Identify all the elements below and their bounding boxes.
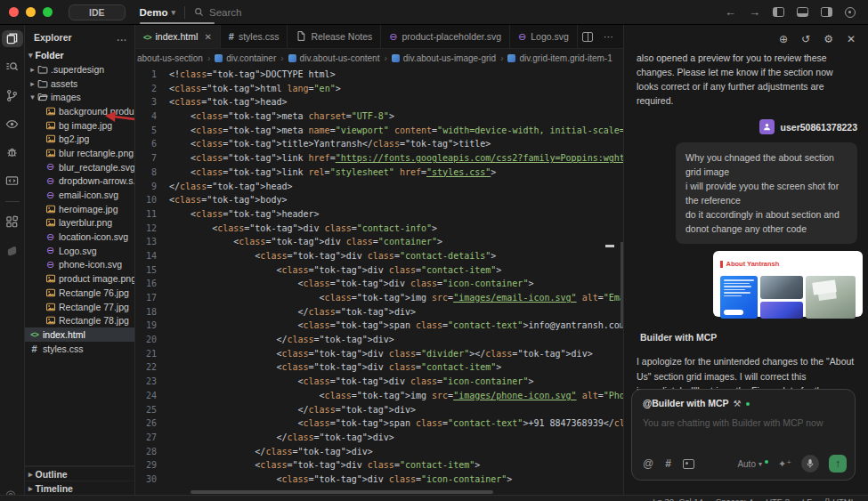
code-line[interactable]: 21 <class="tok-tag">div class="divider">…	[135, 347, 623, 361]
code-line[interactable]: 24 <class="tok-tag">img src="images/phon…	[135, 389, 623, 403]
file-item-phone-icon-svg[interactable]: ⊖phone-icon.svg	[25, 258, 134, 272]
file-item-bg2-jpg[interactable]: bg2.jpg	[25, 132, 134, 146]
code-line[interactable]: 1<!class="tok-tag">DOCTYPE html>	[135, 68, 623, 82]
more-actions-icon[interactable]: ⋯	[604, 31, 614, 43]
code-line[interactable]: 16 <class="tok-tag">div class="icon-cont…	[135, 277, 623, 291]
code-line[interactable]: 5 <class="tok-tag">meta name="viewport" …	[135, 124, 623, 138]
breadcrumb-item[interactable]: about-us-section	[137, 53, 203, 63]
status-item[interactable]: LF	[802, 496, 812, 501]
minimize-window-button[interactable]	[26, 7, 36, 17]
code-line[interactable]: 11 <class="tok-tag">header>	[135, 207, 623, 222]
code-line[interactable]: 30 <class="tok-tag">div class="icon-cont…	[135, 473, 623, 487]
search-list-icon[interactable]	[2, 59, 23, 76]
shape-icon[interactable]	[2, 242, 23, 259]
code-line[interactable]: 18 </class="tok-tag">div>	[135, 305, 623, 319]
workspace-root-folder[interactable]: ▾ Folder	[25, 48, 134, 62]
code-line[interactable]: 8 <class="tok-tag">link rel="stylesheet"…	[135, 166, 623, 180]
settings-icon[interactable]: ⚙	[823, 33, 833, 45]
code-line[interactable]: 4 <class="tok-tag">meta charset="UTF-8">	[135, 109, 623, 124]
code-line[interactable]: 9</class="tok-tag">head>	[135, 180, 623, 194]
global-search[interactable]: Search	[194, 7, 241, 18]
folder-item-assets[interactable]: ▸assets	[25, 77, 134, 91]
code-line[interactable]: 12 <class="tok-tag">div class="contact-i…	[135, 222, 623, 236]
file-item-logo-svg[interactable]: ⊖Logo.svg	[25, 244, 134, 258]
toggle-left-sidebar-icon[interactable]	[773, 7, 784, 17]
tab-product-placeholder-svg[interactable]: ⊖product-placeholder.svg	[381, 25, 510, 48]
history-icon[interactable]: ↺	[801, 33, 810, 45]
tab-logo-svg[interactable]: ⊖Logo.svg	[510, 25, 578, 48]
breadcrumb-item[interactable]: div.container	[215, 53, 276, 63]
model-mode-selector[interactable]: Auto ▾	[737, 459, 768, 469]
breadcrumb-item[interactable]: div.grid-item.grid-item-1	[507, 53, 612, 63]
code-line[interactable]: 2<class="tok-tag">html lang="en">	[135, 82, 623, 96]
code-line[interactable]: 27 </class="tok-tag">div>	[135, 431, 623, 445]
code-line[interactable]: 29 <class="tok-tag">div class="contact-i…	[135, 458, 623, 473]
eye-icon[interactable]	[2, 116, 23, 133]
tab-styles-css[interactable]: #styles.css	[221, 25, 288, 48]
status-item[interactable]: {} HTML	[824, 496, 856, 501]
code-line[interactable]: 19 <class="tok-tag">span class="contact-…	[135, 319, 623, 333]
code-line[interactable]: 22 <class="tok-tag">div class="contact-i…	[135, 360, 623, 375]
back-icon[interactable]: ←	[725, 5, 736, 19]
breadcrumb[interactable]: about-us-section›div.container›div.about…	[135, 49, 623, 67]
code-editor[interactable]: 1<!class="tok-tag">DOCTYPE html>2<class=…	[135, 67, 623, 495]
file-item-bg-image-jpg[interactable]: bg image.jpg	[25, 118, 134, 133]
files-icon[interactable]	[2, 30, 23, 47]
file-item-blur-rectangle-svg[interactable]: ⊖blur_rectangle.svg	[25, 160, 134, 174]
chat-input-placeholder[interactable]: You are chatting with Builder with MCP n…	[643, 417, 844, 428]
code-line[interactable]: 20 </class="tok-tag">div>	[135, 333, 623, 347]
file-item-blur-rectangle-png[interactable]: blur rectangle.png	[25, 146, 134, 160]
file-item-dropdown-arrow-s-[interactable]: ⊖dropdown-arrow.s...	[25, 174, 134, 189]
close-tab-icon[interactable]: ✕	[204, 32, 211, 42]
code-line[interactable]: 13 <class="tok-tag">div class="container…	[135, 235, 623, 249]
toggle-right-sidebar-icon[interactable]	[821, 7, 832, 17]
folder-item-images[interactable]: ▾images	[25, 90, 134, 104]
manage-gear-icon[interactable]: ◎	[5, 488, 15, 495]
debug-icon[interactable]	[2, 144, 23, 161]
attached-screenshot-card[interactable]: About Yantransh	[713, 251, 863, 317]
sidebar-panel-outline[interactable]: ▸Outline	[25, 466, 134, 481]
explorer-more-icon[interactable]: ...	[117, 32, 127, 43]
code-line[interactable]: 6 <class="tok-tag">title>Yantransh</clas…	[135, 137, 623, 151]
code-line[interactable]: 23 <class="tok-tag">div class="icon-cont…	[135, 375, 623, 389]
code-line[interactable]: 15 <class="tok-tag">div class="contact-i…	[135, 263, 623, 278]
breadcrumb-item[interactable]: div.about-us-content	[288, 53, 380, 63]
tab-release-notes[interactable]: Release Notes	[288, 25, 381, 48]
close-icon[interactable]: ✕	[847, 33, 856, 45]
horizontal-scrollbar[interactable]	[191, 490, 493, 494]
file-item-email-icon-svg[interactable]: ⊖email-icon.svg	[25, 188, 134, 202]
code-line[interactable]: 25 </class="tok-tag">div>	[135, 403, 623, 417]
forward-icon[interactable]: →	[749, 5, 760, 19]
tab-index-html[interactable]: <>index.html✕	[135, 25, 221, 48]
send-button[interactable]: ↑	[829, 455, 847, 473]
code-line[interactable]: 3<class="tok-tag">head>	[135, 95, 623, 109]
file-item-styles-css[interactable]: #styles.css	[25, 342, 134, 356]
preview-window-icon[interactable]	[2, 173, 23, 190]
project-switcher[interactable]: Demo ▾	[140, 7, 175, 18]
mention-icon[interactable]: @	[643, 457, 653, 470]
account-icon[interactable]	[845, 7, 856, 18]
code-line[interactable]: 17 <class="tok-tag">img src="images/emai…	[135, 291, 623, 305]
close-window-button[interactable]	[9, 7, 19, 17]
code-line[interactable]: 10<class="tok-tag">body>	[135, 193, 623, 207]
ide-badge[interactable]: IDE	[69, 4, 126, 20]
file-item-rectangle-76-jpg[interactable]: Rectangle 76.jpg	[25, 286, 134, 300]
code-line[interactable]: 28 </class="tok-tag">div>	[135, 445, 623, 459]
status-item[interactable]: Spaces: 4	[716, 496, 753, 501]
file-item-rectangle-77-jpg[interactable]: Rectangle 77.jpg	[25, 300, 134, 314]
file-item-layerblur-png[interactable]: layerblur.png	[25, 216, 134, 230]
chat-input-box[interactable]: @Builder with MCP ⚒ You are chatting wit…	[631, 389, 856, 481]
toggle-bottom-panel-icon[interactable]	[797, 7, 808, 17]
file-item-heroimage-jpg[interactable]: heroimage.jpg	[25, 202, 134, 216]
folder-item--superdesign[interactable]: ▸.superdesign	[25, 62, 134, 77]
file-item-product-image-png[interactable]: product image.png	[25, 271, 134, 286]
file-item-rectangle-78-jpg[interactable]: Rectangle 78.jpg	[25, 313, 134, 327]
agent-mention-chip[interactable]: @Builder with MCP	[643, 398, 729, 408]
split-editor-icon[interactable]	[582, 32, 593, 42]
status-item[interactable]: Ln 30, Col 14	[653, 496, 703, 501]
file-item-index-html[interactable]: <>index.html	[25, 327, 134, 342]
source-control-icon[interactable]	[2, 87, 23, 104]
context-hash-icon[interactable]: #	[665, 457, 671, 470]
attach-image-icon[interactable]	[683, 459, 694, 469]
enhance-prompt-icon[interactable]: ✦⁺	[778, 458, 791, 470]
